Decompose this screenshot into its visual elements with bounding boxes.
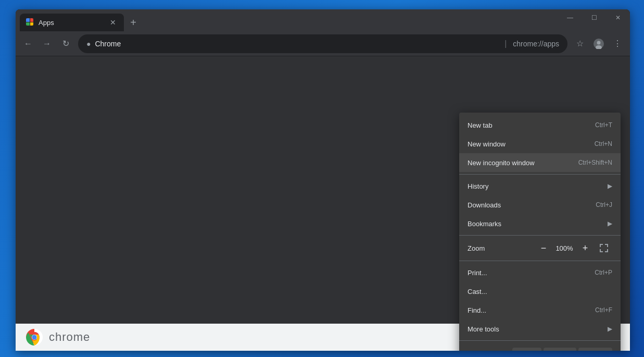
menu-item-cast[interactable]: Cast...	[459, 282, 621, 301]
menu-item-bookmarks-label: Bookmarks	[468, 220, 603, 228]
fullscreen-button[interactable]	[596, 241, 612, 255]
menu-item-new-tab[interactable]: New tab Ctrl+T	[459, 116, 621, 134]
chrome-brand-text: chrome	[49, 330, 90, 344]
browser-window: Apps ✕ + — ☐ ✕ ← → ↻ ● Chrome | chrome:/…	[16, 9, 630, 351]
address-separator: |	[504, 39, 507, 48]
svg-rect-4	[600, 244, 601, 247]
title-bar: Apps ✕ + — ☐ ✕	[16, 9, 630, 31]
svg-rect-10	[607, 249, 608, 252]
address-bar[interactable]: ● Chrome | chrome://apps	[78, 34, 567, 53]
menu-zoom-row: Zoom − 100% +	[459, 238, 621, 258]
svg-rect-8	[600, 249, 601, 252]
more-tools-arrow-icon: ▶	[608, 325, 612, 333]
menu-item-cast-label: Cast...	[468, 288, 612, 296]
edit-label: Edit	[468, 351, 510, 351]
menu-item-find-shortcut: Ctrl+F	[595, 306, 612, 314]
menu-separator-1	[459, 174, 621, 175]
menu-item-more-tools-label: More tools	[468, 325, 603, 333]
menu-item-find-label: Find...	[468, 306, 587, 314]
chrome-logo-icon	[26, 329, 43, 346]
menu-item-new-tab-label: New tab	[468, 121, 587, 129]
maximize-button[interactable]: ☐	[582, 9, 606, 26]
tab-favicon	[26, 18, 34, 27]
address-url: chrome://apps	[513, 40, 559, 48]
toolbar: ← → ↻ ● Chrome | chrome://apps ☆ ⋮	[16, 31, 630, 56]
menu-item-print-label: Print...	[468, 269, 586, 277]
context-menu: New tab Ctrl+T New window Ctrl+N New inc…	[459, 113, 621, 351]
forward-button[interactable]: →	[39, 35, 55, 52]
svg-point-1	[597, 41, 601, 44]
menu-item-history[interactable]: History ▶	[459, 177, 621, 195]
menu-item-downloads[interactable]: Downloads Ctrl+J	[459, 195, 621, 214]
toolbar-actions: ☆ ⋮	[572, 35, 626, 52]
menu-item-print[interactable]: Print... Ctrl+P	[459, 263, 621, 282]
menu-item-history-label: History	[468, 182, 603, 190]
menu-item-bookmarks[interactable]: Bookmarks ▶	[459, 214, 621, 233]
menu-separator-2	[459, 235, 621, 236]
menu-item-new-tab-shortcut: Ctrl+T	[595, 121, 612, 129]
close-button[interactable]: ✕	[606, 9, 630, 26]
minimize-button[interactable]: —	[558, 9, 582, 26]
menu-item-new-incognito-shortcut: Ctrl+Shift+N	[578, 159, 612, 166]
menu-separator-4	[459, 340, 621, 341]
profile-button[interactable]	[590, 35, 607, 52]
menu-item-downloads-shortcut: Ctrl+J	[596, 201, 612, 208]
menu-item-more-tools[interactable]: More tools ▶	[459, 319, 621, 338]
bookmarks-arrow-icon: ▶	[608, 220, 612, 227]
tab-close-button[interactable]: ✕	[108, 18, 118, 27]
menu-separator-3	[459, 261, 621, 261]
menu-item-new-window-shortcut: Ctrl+N	[595, 140, 612, 147]
copy-button[interactable]: Copy	[544, 348, 576, 351]
svg-point-14	[32, 335, 37, 340]
zoom-value: 100%	[552, 244, 577, 252]
zoom-controls: − 100% +	[535, 241, 612, 255]
zoom-in-button[interactable]: +	[577, 241, 594, 255]
menu-item-downloads-label: Downloads	[468, 201, 587, 209]
address-site-name: Chrome	[95, 40, 498, 48]
menu-item-new-incognito[interactable]: New incognito window Ctrl+Shift+N	[459, 153, 621, 172]
bookmark-button[interactable]: ☆	[572, 35, 588, 52]
tab-title: Apps	[39, 19, 104, 27]
menu-item-new-incognito-label: New incognito window	[468, 159, 570, 167]
zoom-out-button[interactable]: −	[535, 241, 552, 255]
menu-item-new-window-label: New window	[468, 140, 586, 148]
menu-item-new-window[interactable]: New window Ctrl+N	[459, 134, 621, 153]
menu-edit-row: Edit Cut Copy Paste	[459, 343, 621, 351]
cut-button[interactable]: Cut	[512, 348, 541, 351]
new-tab-button[interactable]: +	[126, 15, 141, 30]
back-button[interactable]: ←	[20, 35, 36, 52]
refresh-button[interactable]: ↻	[57, 35, 74, 52]
browser-tab[interactable]: Apps ✕	[20, 14, 124, 31]
paste-button[interactable]: Paste	[578, 348, 612, 351]
zoom-label: Zoom	[468, 244, 535, 252]
window-controls: — ☐ ✕	[558, 9, 630, 26]
svg-rect-6	[607, 244, 608, 247]
menu-item-print-shortcut: Ctrl+P	[595, 269, 612, 276]
menu-item-find[interactable]: Find... Ctrl+F	[459, 301, 621, 319]
content-area: New tab Ctrl+T New window Ctrl+N New inc…	[16, 56, 630, 351]
history-arrow-icon: ▶	[608, 182, 612, 190]
menu-button[interactable]: ⋮	[609, 35, 626, 52]
secure-icon: ●	[86, 40, 91, 48]
